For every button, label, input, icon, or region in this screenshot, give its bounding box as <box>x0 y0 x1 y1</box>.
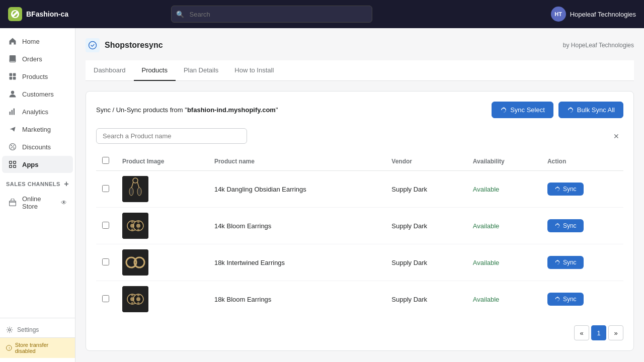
product-name-1: 14k Bloom Earrings <box>214 222 271 230</box>
sidebar-item-discounts[interactable]: Discounts <box>2 138 73 155</box>
search-icon: 🔍 <box>176 11 184 18</box>
store-logo-area[interactable]: BFashion-ca <box>8 7 78 21</box>
app-logo <box>86 38 100 52</box>
sync-row-icon-3 <box>554 296 560 302</box>
row-checkbox-3[interactable] <box>102 295 109 302</box>
product-image-3 <box>122 286 148 312</box>
svg-rect-14 <box>10 161 12 164</box>
row-vendor-cell: Supply Dark <box>385 171 467 208</box>
sidebar-item-customers[interactable]: Customers <box>2 85 73 103</box>
sidebar-item-marketing[interactable]: Marketing <box>2 121 73 138</box>
product-img-inner-0 <box>122 176 148 202</box>
svg-point-13 <box>13 147 14 148</box>
main-layout: Home Orders Products Customers <box>0 28 644 362</box>
topbar-search-input[interactable] <box>171 6 372 23</box>
svg-point-45 <box>137 302 140 305</box>
product-image-0 <box>122 176 148 202</box>
svg-rect-8 <box>12 110 13 115</box>
svg-point-19 <box>9 329 11 331</box>
svg-point-22 <box>89 42 97 49</box>
row-availability-cell: Available <box>467 244 541 281</box>
sidebar-label-apps: Apps <box>22 161 39 168</box>
sidebar-item-orders[interactable]: Orders <box>2 50 73 67</box>
sync-select-icon <box>500 107 507 114</box>
add-channel-icon[interactable]: + <box>64 179 69 189</box>
pagination-page-1[interactable]: 1 <box>591 325 606 340</box>
product-search-input[interactable] <box>96 128 247 144</box>
settings-item[interactable]: Settings <box>0 322 75 337</box>
sync-row-button-2[interactable]: Sync <box>547 256 584 269</box>
orders-icon <box>8 54 17 63</box>
row-checkbox-1[interactable] <box>102 222 109 229</box>
row-checkbox-0[interactable] <box>102 185 109 192</box>
product-name-0: 14k Dangling Obsidian Earrings <box>214 186 306 193</box>
customers-icon <box>8 89 17 99</box>
row-checkbox-cell <box>96 171 116 208</box>
svg-rect-18 <box>10 201 16 206</box>
row-action-cell: Sync <box>541 171 623 208</box>
svg-rect-3 <box>13 73 16 76</box>
svg-point-40 <box>130 297 134 301</box>
product-availability-3: Available <box>473 296 500 303</box>
product-availability-0: Available <box>473 186 500 193</box>
product-img-inner-2 <box>122 249 148 276</box>
svg-point-43 <box>131 302 134 305</box>
sidebar-item-online-store[interactable]: Online Store 👁 <box>2 191 73 214</box>
col-action: Action <box>541 152 623 171</box>
products-icon <box>8 72 17 81</box>
analytics-icon <box>8 107 17 116</box>
pagination-prev[interactable]: « <box>574 325 589 340</box>
topbar-user-area[interactable]: HT Hopeleaf Technologies <box>551 7 636 22</box>
sync-row-button-0[interactable]: Sync <box>547 183 584 196</box>
sidebar-item-analytics[interactable]: Analytics <box>2 103 73 120</box>
sidebar-item-apps[interactable]: Apps <box>2 156 73 173</box>
product-vendor-2: Supply Dark <box>391 259 427 266</box>
user-avatar: HT <box>551 7 566 22</box>
svg-point-31 <box>136 224 140 228</box>
select-all-checkbox[interactable] <box>102 157 109 164</box>
transfer-status-label: Store transfer disabled <box>15 342 69 354</box>
sidebar-label-home: Home <box>22 38 40 45</box>
settings-icon <box>6 326 13 333</box>
product-search-area: ✕ <box>96 128 623 144</box>
sync-row-button-1[interactable]: Sync <box>547 219 584 232</box>
product-vendor-1: Supply Dark <box>391 222 427 230</box>
row-action-cell: Sync <box>541 281 623 318</box>
store-name: BFashion-ca <box>26 10 68 18</box>
products-table: Product Image Product name Vendor Availa… <box>96 152 623 317</box>
app-name: Shopstoresync <box>105 41 163 50</box>
svg-point-44 <box>137 294 140 297</box>
row-checkbox-2[interactable] <box>102 258 109 265</box>
online-store-visibility-icon[interactable]: 👁 <box>61 199 67 206</box>
svg-rect-7 <box>10 112 11 115</box>
product-vendor-3: Supply Dark <box>391 296 427 303</box>
table-row: 18k Intertwined Earrings Supply Dark Ava… <box>96 244 623 281</box>
sidebar-item-home[interactable]: Home <box>2 33 73 50</box>
bulk-sync-button[interactable]: Bulk Sync All <box>558 102 623 118</box>
app-title-area: Shopstoresync <box>86 38 163 52</box>
sidebar-item-products[interactable]: Products <box>2 68 73 85</box>
product-name-2: 18k Intertwined Earrings <box>214 259 285 266</box>
sidebar-nav: Home Orders Products Customers <box>0 28 75 318</box>
col-checkbox <box>96 152 116 171</box>
search-clear-icon[interactable]: ✕ <box>613 132 619 140</box>
products-content-card: Sync / Un-Sync products from "bfashion-i… <box>86 91 634 351</box>
apps-icon <box>8 160 17 169</box>
home-icon <box>8 37 17 46</box>
tab-products[interactable]: Products <box>134 60 176 81</box>
svg-point-33 <box>131 229 134 231</box>
row-name-cell: 18k Bloom Earrings <box>208 281 385 318</box>
tab-plan-details[interactable]: Plan Details <box>176 60 226 81</box>
topbar: BFashion-ca 🔍 HT Hopeleaf Technologies <box>0 0 644 28</box>
tab-how-to-install[interactable]: How to Install <box>226 60 282 81</box>
sync-row-icon-1 <box>554 223 560 229</box>
store-logo-icon <box>8 7 22 21</box>
tab-dashboard[interactable]: Dashboard <box>86 60 134 81</box>
svg-point-12 <box>11 145 12 146</box>
product-availability-1: Available <box>473 222 500 230</box>
col-vendor: Vendor <box>385 152 467 171</box>
pagination: « 1 » <box>96 325 623 340</box>
pagination-next[interactable]: » <box>608 325 623 340</box>
sync-row-button-3[interactable]: Sync <box>547 293 584 306</box>
sync-select-button[interactable]: Sync Select <box>492 102 553 118</box>
